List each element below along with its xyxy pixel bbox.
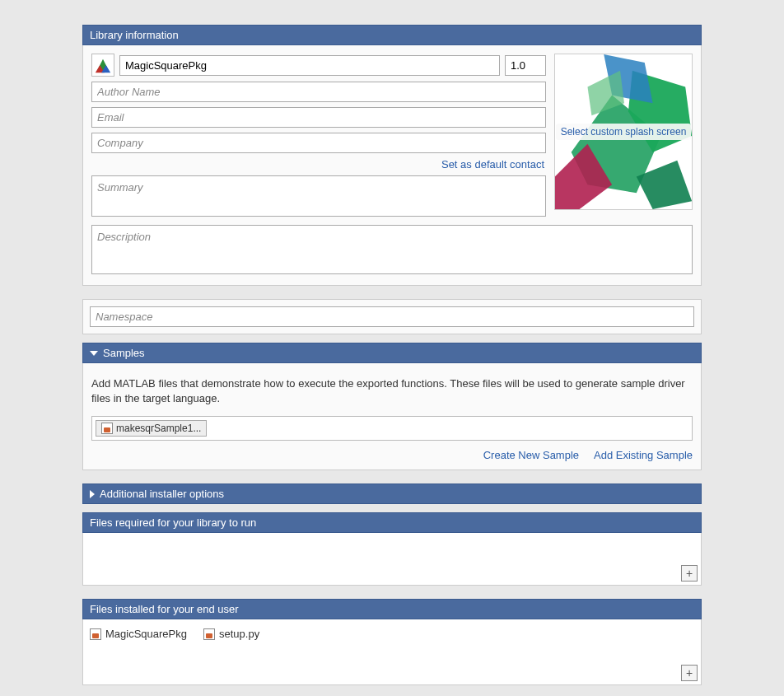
chevron-down-icon [90,351,98,356]
set-default-contact-link[interactable]: Set as default contact [441,158,544,170]
samples-header[interactable]: Samples [82,343,702,363]
library-info-header: Library information [82,25,702,45]
matlab-file-icon [101,423,113,434]
app-icon[interactable] [91,54,114,77]
description-textarea[interactable] [91,225,693,274]
files-installed-panel: MagicSquarePkg setup.py + [82,619,702,685]
add-required-file-button[interactable]: + [681,565,698,582]
add-existing-sample-link[interactable]: Add Existing Sample [594,449,693,461]
files-installed-header: Files installed for your end user [82,599,702,619]
add-installed-file-button[interactable]: + [681,665,698,681]
create-new-sample-link[interactable]: Create New Sample [483,449,579,461]
splash-screen-label: Select custom splash screen [556,124,692,140]
namespace-panel [82,299,702,334]
library-name-input[interactable] [119,55,500,76]
company-input[interactable] [91,133,546,153]
email-input[interactable] [91,107,546,128]
library-version-input[interactable] [505,55,546,76]
namespace-input[interactable] [90,306,694,327]
additional-installer-label: Additional installer options [100,488,224,500]
installed-file-item[interactable]: MagicSquarePkg [90,628,187,640]
samples-description: Add MATLAB files that demonstrate how to… [91,376,693,406]
installed-file-label: MagicSquarePkg [105,628,187,640]
samples-panel: Add MATLAB files that demonstrate how to… [82,363,702,470]
samples-list[interactable]: makesqrSample1... [91,416,693,441]
author-name-input[interactable] [91,82,546,102]
files-required-header: Files required for your library to run [82,512,702,533]
samples-header-label: Samples [103,347,145,359]
summary-textarea[interactable] [91,175,546,217]
installed-file-item[interactable]: setup.py [203,628,259,640]
chevron-right-icon [90,490,95,498]
file-icon [90,628,101,640]
files-required-panel: + [82,533,702,586]
library-info-panel: Set as default contact Select custom spl… [82,45,702,286]
sample-file-label: makesqrSample1... [116,423,201,434]
additional-installer-header[interactable]: Additional installer options [82,483,702,504]
splash-screen-selector[interactable]: Select custom splash screen [554,54,693,210]
sample-file-item[interactable]: makesqrSample1... [96,420,207,437]
installed-file-label: setup.py [219,628,259,640]
file-icon [203,628,215,640]
